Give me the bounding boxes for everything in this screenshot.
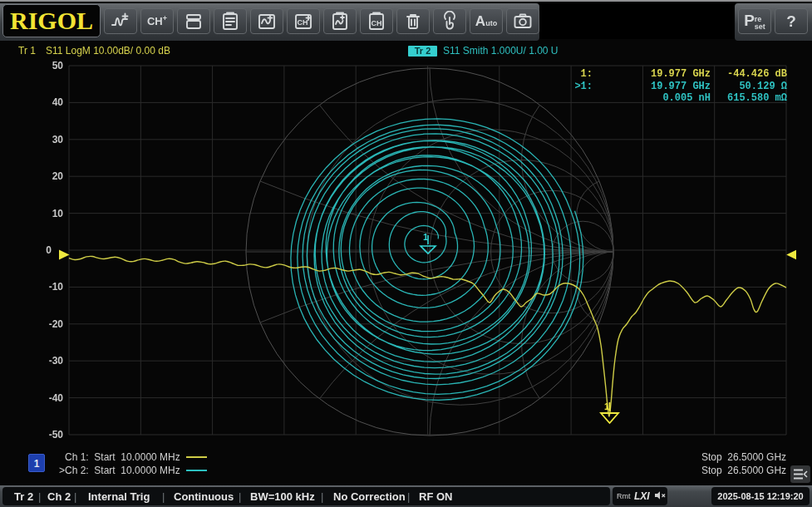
- svg-text:CH: CH: [372, 19, 382, 27]
- svg-text:CH: CH: [298, 18, 308, 27]
